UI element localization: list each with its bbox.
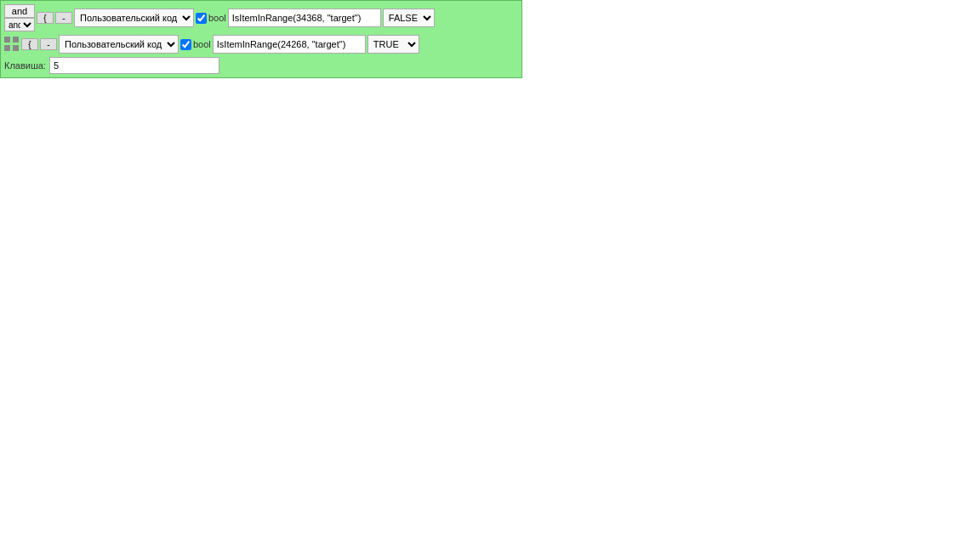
- checkbox-cell-2: bool: [180, 39, 211, 50]
- condition-row-2: { - Пользовательский код bool TRUE FALSE: [4, 35, 518, 54]
- main-container: and and or { - Пользовательский код bool…: [0, 0, 522, 78]
- condition-input-2[interactable]: [213, 35, 366, 54]
- type-select-2[interactable]: Пользовательский код: [59, 35, 179, 54]
- result-select-2[interactable]: TRUE FALSE: [368, 35, 419, 54]
- condition-row-1: and and or { - Пользовательский код bool…: [4, 4, 518, 31]
- grid-icon: [4, 37, 20, 52]
- and-select[interactable]: and or: [4, 18, 35, 31]
- bool-checkbox-1[interactable]: [196, 13, 207, 24]
- row2-left: [4, 37, 20, 52]
- minus-button-2[interactable]: -: [40, 38, 57, 50]
- minus-button-1[interactable]: -: [55, 12, 72, 24]
- key-row: Клавиша:: [4, 57, 518, 74]
- type-select-1[interactable]: Пользовательский код: [74, 9, 194, 27]
- condition-input-1[interactable]: [228, 9, 381, 27]
- open-brace-button-1[interactable]: {: [37, 12, 54, 24]
- checkbox-cell-1: bool: [196, 13, 226, 24]
- open-brace-button-2[interactable]: {: [21, 38, 38, 50]
- key-input[interactable]: [49, 57, 219, 74]
- key-label: Клавиша:: [4, 60, 46, 71]
- bool-checkbox-2[interactable]: [180, 39, 191, 50]
- bool-label-2: bool: [193, 39, 211, 49]
- bool-label-1: bool: [208, 13, 226, 23]
- and-dropdown: and and or: [4, 4, 35, 31]
- and-label: and: [4, 4, 35, 18]
- result-select-1[interactable]: FALSE TRUE: [383, 9, 435, 27]
